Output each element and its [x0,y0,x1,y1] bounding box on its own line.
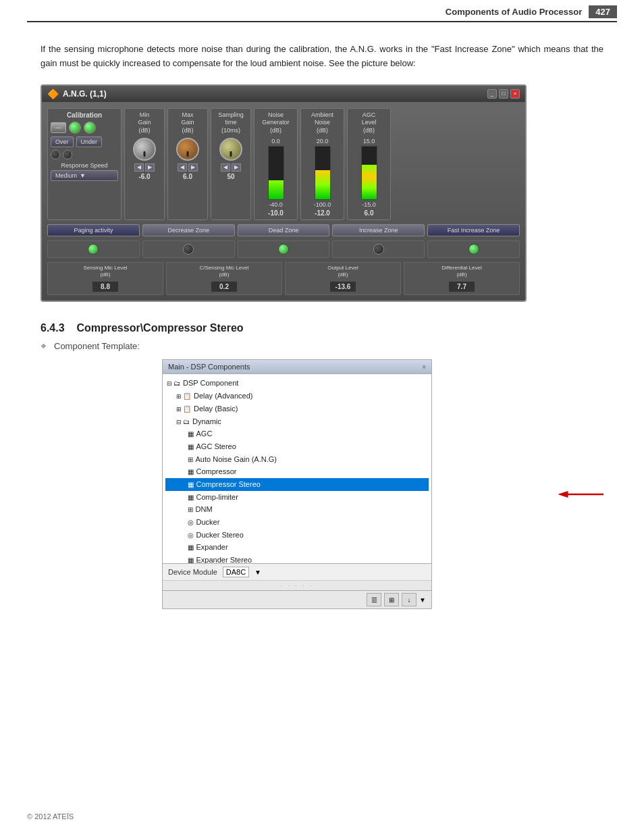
decrease-zone-button[interactable]: Decrease Zone [142,224,235,236]
tree-item-icon: 📋 [183,405,191,413]
page-footer: © 2012 ATEÏS [27,812,74,820]
calibration-row: — [51,122,118,134]
cal-minus-button[interactable]: — [51,122,66,133]
fast-increase-led [468,244,479,255]
output-level-label: Output Level(dB) [288,265,398,279]
red-arrow-indicator [556,481,610,508]
tree-item[interactable]: ·▦Compressor Stereo [165,478,429,491]
noise-generator-column: NoiseGenerator(dB) 0.0 -40.0 -10.0 [254,108,298,220]
toolbar-list-button[interactable]: ☰ [367,593,381,606]
max-gain-arrows: ◀ ▶ [178,163,198,172]
calibration-knob-green[interactable] [69,122,81,134]
sampling-time-column: Samplingtime(10ms) ◀ ▶ 50 [211,108,251,220]
restore-button[interactable]: □ [499,89,508,99]
tree-item[interactable]: ·▦AGC [165,427,429,440]
page-header: Components of Audio Processor 427 [27,0,617,22]
sampling-time-arrows: ◀ ▶ [221,163,241,172]
dropdown-arrow[interactable]: ▼ [254,569,261,576]
over-button[interactable]: Over [51,136,74,147]
decrease-led [183,244,194,255]
tree-item-label: AGC [196,429,213,438]
increase-zone-button[interactable]: Increase Zone [332,224,425,236]
tree-item[interactable]: ⊞📋Delay (Basic) [165,402,429,415]
c-sensing-mic-value: 0.2 [211,281,238,292]
tree-item[interactable]: ⊟🗂Dynamic [165,415,429,428]
differential-level-label: Differential Level(dB) [406,265,517,279]
max-gain-down-button[interactable]: ◀ [178,163,187,172]
sampling-time-down-button[interactable]: ◀ [221,163,230,172]
over-led [51,150,60,159]
tree-item[interactable]: ·⊞Auto Noise Gain (A.N.G) [165,453,429,466]
tree-item[interactable]: ·▦Expander [165,541,429,554]
dead-led-container [238,240,330,258]
tree-item-icon: ◎ [188,519,194,526]
dead-zone-button[interactable]: Dead Zone [238,224,330,236]
tree-item[interactable]: ·▦Comp-limiter [165,491,429,504]
ang-body: Calibration — Over Under Response Sp [42,103,525,301]
ang-window-controls: _ □ × [487,89,520,99]
ambient-noise-mid: -100.0 [314,201,331,208]
main-content: If the sensing microphone detects more n… [0,22,644,629]
tree-item[interactable]: ·◎Ducker Stereo [165,529,429,542]
section-name: Compressor\Compressor Stereo [76,322,243,334]
noise-gen-fill [269,180,284,199]
tree-item[interactable]: ·⊞DNM [165,503,429,516]
tree-item[interactable]: ⊟🗂DSP Component [165,377,429,390]
tree-item-label: Comp-limiter [196,493,238,501]
tree-item[interactable]: ·▦AGC Stereo [165,440,429,453]
ang-top-section: Calibration — Over Under Response Sp [47,108,520,220]
tree-item[interactable]: ·▦Expander Stereo [165,554,429,563]
response-speed-label: Response Speed [51,162,118,169]
max-gain-knob[interactable] [176,138,199,161]
dsp-close-button[interactable]: × [422,363,426,371]
tree-item[interactable]: ·◎Ducker [165,516,429,529]
calibration-column: Calibration — Over Under Response Sp [47,108,122,220]
toolbar-export-button[interactable]: ↓ [402,593,417,606]
tree-item[interactable]: ·▦Compressor [165,465,429,478]
sensing-mic-value: 8.8 [92,281,119,292]
agc-level-top: 15.0 [363,138,375,145]
dsp-toolbar: ☰ ⊞ ↓ ▼ [163,590,431,608]
intro-paragraph: If the sensing microphone detects more n… [41,43,603,71]
tree-item-icon: ▦ [188,494,194,501]
paging-activity-button[interactable]: Paging activity [47,224,140,236]
fast-increase-zone-button[interactable]: Fast Increase Zone [427,224,520,236]
max-gain-value: 6.0 [183,173,192,180]
min-gain-knob[interactable] [133,138,156,161]
increase-led-container [332,240,425,258]
dsp-body: ⊟🗂DSP Component⊞📋Delay (Advanced)⊞📋Delay… [163,374,431,563]
min-gain-up-button[interactable]: ▶ [145,163,155,172]
sampling-time-knob[interactable] [219,138,242,161]
ang-title-text: A.N.G. (1,1) [63,89,107,99]
tree-item-icon: ▦ [188,544,194,551]
dsp-window-container: Main - DSP Components × ⊟🗂DSP Component⊞… [95,359,603,609]
minimize-button[interactable]: _ [487,89,497,99]
sampling-time-up-button[interactable]: ▶ [232,163,241,172]
toolbar-arrow[interactable]: ▼ [419,596,426,604]
increase-led [373,244,384,255]
tree-expand-icon: ⊟ [176,419,182,425]
min-gain-down-button[interactable]: ◀ [134,163,144,172]
sampling-time-value: 50 [227,173,234,180]
component-template-label: Component Template: [41,341,603,351]
close-button[interactable]: × [510,89,520,99]
tree-expand-icon: ⊟ [167,380,172,387]
tree-item-label: Compressor [196,467,237,475]
dsp-tree[interactable]: ⊟🗂DSP Component⊞📋Delay (Advanced)⊞📋Delay… [163,374,431,563]
max-gain-up-button[interactable]: ▶ [188,163,198,172]
ambient-noise-label: AmbientNoise(dB) [311,111,333,135]
ambient-noise-column: AmbientNoise(dB) 20.0 -100.0 -12.0 [300,108,344,220]
ambient-noise-bottom: -12.0 [315,209,330,217]
sensing-mic-level-col: Sensing Mic Level(dB) 8.8 [47,262,163,296]
max-gain-label: MaxGain(dB) [181,111,194,135]
tree-item-icon: ▦ [188,468,194,475]
dead-led [278,244,289,255]
response-speed-dropdown[interactable]: Medium ▼ [51,170,118,181]
under-button[interactable]: Under [76,136,103,147]
calibration-knob-green2[interactable] [84,122,96,134]
tree-expand-icon: ⊞ [176,406,182,413]
tree-item-label: Auto Noise Gain (A.N.G) [196,455,277,463]
tree-item[interactable]: ⊞📋Delay (Advanced) [165,390,429,402]
toolbar-grid-button[interactable]: ⊞ [384,593,399,606]
decrease-led-container [142,240,235,258]
